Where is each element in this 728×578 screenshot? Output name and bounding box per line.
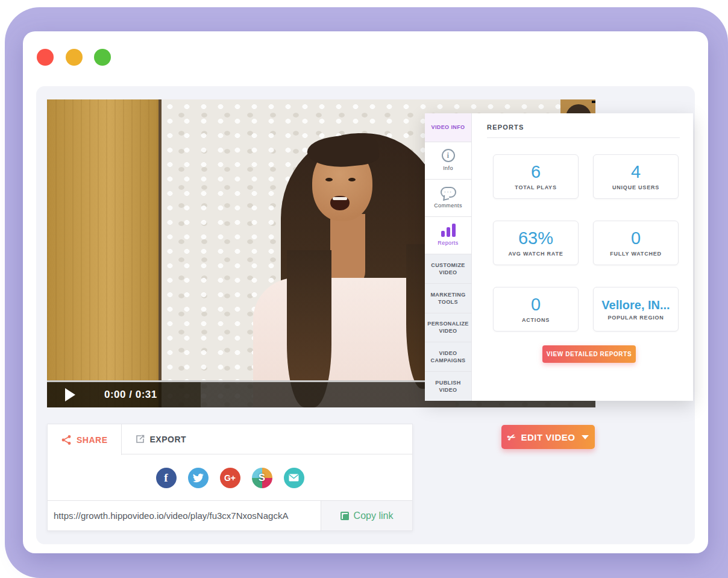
window-close-dot[interactable] — [37, 49, 54, 66]
webcam-bubble-marker — [592, 101, 595, 103]
stat-label: TOTAL PLAYS — [515, 184, 556, 190]
edit-video-label: EDIT VIDEO — [521, 432, 575, 442]
social-share-row: f G+ S — [48, 454, 412, 501]
share-tab-row: SHARE EXPORT — [48, 424, 412, 454]
sidebar-item-label: MARKETING TOOLS — [427, 291, 469, 306]
twitter-share-button[interactable] — [188, 468, 209, 488]
scissors-icon: ✂ — [506, 430, 518, 444]
sidebar-item-video-campaigns[interactable]: VIDEO CAMPAIGNS — [425, 342, 471, 372]
sidebar-item-marketing-tools[interactable]: MARKETING TOOLS — [425, 284, 471, 313]
copy-link-button[interactable]: Copy link — [321, 501, 412, 530]
stat-value: 0 — [531, 295, 541, 315]
view-detailed-reports-button[interactable]: VIEW DETAILED REPORTS — [542, 345, 636, 363]
tab-share[interactable]: SHARE — [48, 424, 122, 455]
marketing-screenshot: 0:00 / 0:31 VIDEO INFO i Info ··· Commen… — [0, 0, 728, 578]
reports-panel-title: REPORTS — [487, 124, 524, 131]
stat-value: 4 — [631, 163, 641, 182]
video-person-eye — [325, 178, 333, 181]
video-time: 0:00 / 0:31 — [104, 389, 157, 401]
comments-icon: ··· — [441, 187, 456, 198]
sidebar-item-label: Info — [443, 165, 453, 172]
email-share-button[interactable] — [284, 468, 304, 488]
sidebar-item-reports[interactable]: Reports — [425, 217, 471, 254]
stat-label: FULLY WATCHED — [610, 251, 662, 257]
stat-label: UNIQUE USERS — [612, 184, 659, 190]
window-maximize-dot[interactable] — [94, 49, 111, 66]
sidebar-item-publish-video[interactable]: PUBLISH VIDEO — [425, 372, 471, 401]
sidebar-item-label: Reports — [438, 239, 458, 247]
share-nodes-icon — [61, 435, 72, 445]
google-plus-icon: G+ — [224, 473, 236, 483]
stat-card-actions: 0 ACTIONS — [493, 287, 579, 331]
video-url-field[interactable]: https://growth.hippovideo.io/video/play/… — [48, 501, 321, 530]
stat-card-unique-users: 4 UNIQUE USERS — [593, 154, 679, 199]
video-person-eye — [348, 178, 356, 181]
google-plus-share-button[interactable]: G+ — [220, 468, 240, 488]
stat-value: 0 — [631, 229, 641, 248]
chevron-down-icon — [582, 435, 589, 439]
stat-value: Vellore, IN... — [601, 298, 670, 312]
twitter-bird-icon — [193, 473, 204, 483]
stat-label: POPULAR REGION — [607, 315, 664, 321]
video-person-neck — [330, 214, 365, 286]
info-icon: i — [442, 149, 455, 162]
stat-value: 6 — [531, 163, 541, 182]
reports-bars-icon — [441, 224, 456, 237]
video-scene-door — [47, 99, 158, 407]
sidebar-item-label: VIDEO INFO — [431, 124, 465, 131]
sidebar-item-label: CUSTOMIZE VIDEO — [427, 262, 469, 276]
envelope-icon — [289, 474, 299, 482]
facebook-icon: f — [164, 471, 168, 485]
video-info-overlay: VIDEO INFO i Info ··· Comments Reports C… — [425, 113, 693, 401]
reports-divider — [487, 137, 680, 138]
sidebar-item-customize-video[interactable]: CUSTOMIZE VIDEO — [425, 254, 471, 284]
stat-label: ACTIONS — [522, 317, 550, 323]
sidebar-item-label: PUBLISH VIDEO — [427, 379, 469, 394]
sidebar-item-label: Comments — [434, 202, 462, 209]
slack-share-button[interactable]: S — [252, 468, 272, 488]
stat-card-popular-region: Vellore, IN... POPULAR REGION — [593, 287, 679, 331]
slack-icon: S — [259, 472, 265, 484]
tab-export[interactable]: EXPORT — [122, 424, 200, 454]
video-person-teeth — [333, 197, 347, 200]
sidebar-item-label: VIDEO CAMPAIGNS — [427, 350, 469, 364]
video-info-sidebar: VIDEO INFO i Info ··· Comments Reports C… — [425, 113, 472, 401]
stat-label: AVG WATCH RATE — [508, 251, 563, 257]
edit-video-button[interactable]: ✂ EDIT VIDEO — [501, 425, 595, 449]
window-minimize-dot[interactable] — [66, 49, 83, 66]
export-icon — [135, 434, 145, 444]
copy-link-label: Copy link — [354, 510, 394, 521]
reports-panel: REPORTS 6 TOTAL PLAYS 4 UNIQUE USERS 63%… — [472, 113, 693, 401]
sidebar-item-info[interactable]: i Info — [425, 142, 471, 180]
tab-label: SHARE — [77, 435, 108, 445]
stat-card-total-plays: 6 TOTAL PLAYS — [493, 154, 579, 199]
tab-label: EXPORT — [150, 435, 187, 444]
facebook-share-button[interactable]: f — [156, 468, 177, 488]
stat-card-avg-watch-rate: 63% AVG WATCH RATE — [493, 221, 579, 265]
stat-card-fully-watched: 0 FULLY WATCHED — [593, 221, 679, 265]
share-url-row: https://growth.hippovideo.io/video/play/… — [48, 500, 412, 530]
sidebar-item-personalize-video[interactable]: PERSONALIZE VIDEO — [425, 313, 471, 343]
copy-icon — [340, 512, 349, 520]
sidebar-item-label: PERSONALIZE VIDEO — [427, 320, 469, 335]
play-icon[interactable] — [65, 388, 75, 401]
share-card: SHARE EXPORT f G+ — [47, 424, 413, 531]
stat-value: 63% — [518, 229, 553, 248]
sidebar-item-comments[interactable]: ··· Comments — [425, 180, 471, 217]
sidebar-item-video-info[interactable]: VIDEO INFO — [425, 113, 471, 142]
